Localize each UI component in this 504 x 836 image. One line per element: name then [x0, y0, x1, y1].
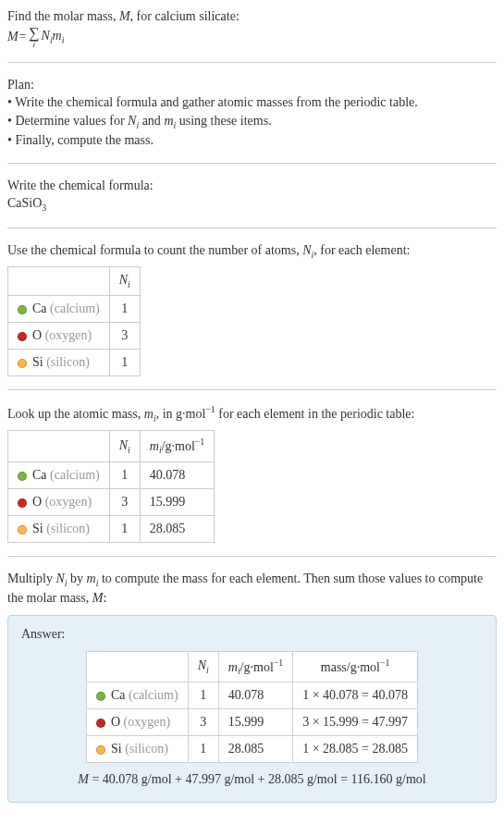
header-ni: Ni	[109, 267, 140, 296]
intro-section: Find the molar mass, M, for calcium sili…	[7, 7, 497, 49]
value-cell: 1	[188, 736, 218, 763]
table-row: Ca (calcium) 1 40.078	[8, 461, 215, 488]
element-dot-o	[18, 332, 27, 341]
element-cell: Ca (calcium)	[8, 461, 110, 488]
chemical-formula-section: Write the chemical formula: CaSiO3	[7, 177, 497, 215]
text: Find the molar mass,	[7, 9, 119, 23]
table-row: Ca (calcium) 1	[8, 296, 141, 323]
table-row: Si (silicon) 1	[8, 350, 141, 376]
element-cell: Si (silicon)	[86, 736, 188, 763]
value-cell: 1	[109, 296, 140, 323]
eq-lhs: M	[7, 28, 18, 46]
value-cell: 1	[188, 682, 218, 709]
element-cell: O (oxygen)	[86, 709, 188, 736]
header-ni: Ni	[109, 431, 140, 461]
table-header-row: Ni mi/g·mol−1	[8, 431, 215, 461]
final-equation: M = 40.078 g/mol + 47.997 g/mol + 28.085…	[21, 770, 483, 789]
compute-section: Multiply Ni by mi to compute the mass fo…	[7, 570, 497, 803]
answer-title: Answer:	[21, 625, 483, 644]
table-header-row: Ni	[8, 267, 141, 296]
plan-bullet-2: • Determine values for Ni and mi using t…	[7, 112, 497, 132]
divider	[7, 389, 497, 390]
value-cell: 28.085	[218, 736, 292, 763]
header-ni: Ni	[188, 651, 218, 682]
table-row: O (oxygen) 3 15.999	[8, 488, 215, 515]
calc-cell: 1 × 40.078 = 40.078	[293, 682, 418, 709]
chem-heading: Write the chemical formula:	[7, 177, 497, 195]
sigma-icon: ∑ i	[29, 26, 39, 49]
header-empty	[8, 267, 110, 296]
header-empty	[8, 431, 110, 461]
value-cell: 40.078	[218, 682, 292, 709]
divider	[7, 227, 497, 228]
compute-text: Multiply Ni by mi to compute the mass fo…	[7, 570, 497, 608]
answer-table: Ni mi/g·mol−1 mass/g·mol−1 Ca (calcium) …	[86, 651, 418, 763]
atomic-mass-section: Look up the atomic mass, mi, in g·mol−1 …	[7, 403, 497, 543]
element-dot-ca	[18, 305, 27, 314]
element-dot-o	[18, 498, 27, 508]
table-row: Si (silicon) 1 28.085	[8, 515, 215, 542]
calc-cell: 3 × 15.999 = 47.997	[293, 709, 418, 736]
plan-section: Plan: • Write the chemical formula and g…	[7, 76, 497, 150]
molar-mass-equation: M = ∑ i Nimi	[7, 26, 497, 49]
plan-bullet-1: • Write the chemical formula and gather …	[7, 93, 497, 112]
element-cell: Ca (calcium)	[8, 296, 110, 323]
atomic-mass-table: Ni mi/g·mol−1 Ca (calcium) 1 40.078 O (o…	[7, 430, 215, 542]
answer-box: Answer: Ni mi/g·mol−1 mass/g·mol−1 Ca (c…	[7, 615, 497, 803]
element-cell: O (oxygen)	[8, 488, 110, 515]
element-dot-si	[96, 745, 105, 755]
value-cell: 15.999	[140, 488, 214, 515]
table-row: O (oxygen) 3 15.999 3 × 15.999 = 47.997	[86, 709, 417, 736]
value-cell: 3	[109, 488, 140, 515]
value-cell: 1	[109, 515, 140, 542]
element-cell: O (oxygen)	[8, 323, 110, 350]
divider	[7, 556, 497, 557]
var-M: M	[119, 9, 130, 23]
atom-count-section: Use the chemical formula to count the nu…	[7, 241, 497, 376]
table-header-row: Ni mi/g·mol−1 mass/g·mol−1	[86, 651, 417, 682]
value-cell: 3	[109, 323, 140, 350]
element-dot-ca	[96, 692, 105, 701]
count-text: Use the chemical formula to count the nu…	[7, 241, 497, 262]
divider	[7, 62, 497, 63]
element-dot-si	[18, 359, 27, 368]
value-cell: 1	[109, 461, 140, 488]
atom-count-table: Ni Ca (calcium) 1 O (oxygen) 3 Si (silic…	[7, 266, 141, 376]
table-row: Si (silicon) 1 28.085 1 × 28.085 = 28.08…	[86, 736, 417, 763]
element-dot-si	[18, 525, 27, 535]
header-mi: mi/g·mol−1	[218, 651, 292, 682]
header-empty	[86, 651, 188, 682]
chemical-formula: CaSiO3	[7, 194, 497, 215]
divider	[7, 163, 497, 164]
plan-heading: Plan:	[7, 76, 497, 94]
table-row: O (oxygen) 3	[8, 323, 141, 350]
plan-bullet-3: • Finally, compute the mass.	[7, 131, 497, 150]
element-dot-ca	[18, 472, 27, 481]
element-cell: Si (silicon)	[8, 515, 110, 542]
value-cell: 1	[109, 350, 140, 376]
calc-cell: 1 × 28.085 = 28.085	[293, 736, 418, 763]
text: , for calcium silicate:	[130, 9, 240, 23]
value-cell: 3	[188, 709, 218, 736]
intro-line1: Find the molar mass, M, for calcium sili…	[7, 7, 497, 26]
element-dot-o	[96, 719, 105, 728]
value-cell: 28.085	[140, 515, 214, 542]
eq-eq: =	[18, 28, 27, 46]
value-cell: 40.078	[140, 461, 214, 488]
term-m: m	[53, 29, 62, 43]
term-N: N	[42, 29, 50, 43]
sub-i: i	[62, 35, 65, 45]
header-mi: mi/g·mol−1	[140, 431, 214, 461]
header-mass: mass/g·mol−1	[293, 651, 418, 682]
mass-text: Look up the atomic mass, mi, in g·mol−1 …	[7, 403, 497, 424]
table-row: Ca (calcium) 1 40.078 1 × 40.078 = 40.07…	[86, 682, 417, 709]
element-cell: Si (silicon)	[8, 350, 110, 376]
value-cell: 15.999	[218, 709, 292, 736]
element-cell: Ca (calcium)	[86, 682, 188, 709]
